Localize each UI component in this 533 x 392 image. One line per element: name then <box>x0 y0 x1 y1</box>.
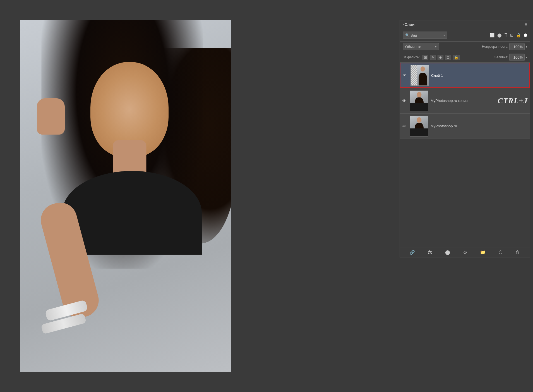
thumb3-clothing <box>410 128 428 136</box>
thumb-photo-area <box>417 65 429 85</box>
fx-button[interactable]: fx <box>428 250 432 255</box>
canvas-area <box>20 20 231 372</box>
filter-icon-image[interactable]: ⬜ <box>490 33 494 37</box>
app-layout: × Слои ≡ 🔍 Вид ▾ ⬜ ⬤ T ⊡ 🔒 <box>0 0 533 392</box>
blend-mode-arrow: ▾ <box>435 45 436 48</box>
thumb2-clothing <box>410 103 428 111</box>
lock-brush-btn[interactable]: ✎ <box>430 55 436 60</box>
opacity-value[interactable]: 100% <box>509 43 525 50</box>
view-dropdown-label: Вид <box>410 33 417 37</box>
adjustment-layer-button[interactable]: ⊙ <box>463 250 467 255</box>
filter-icons: ⬜ ⬤ T ⊡ 🔒 <box>490 33 527 38</box>
filter-icon-smart[interactable]: 🔒 <box>516 33 521 37</box>
filter-icon-shape[interactable]: ⊡ <box>510 33 513 37</box>
layers-panel: × Слои ≡ 🔍 Вид ▾ ⬜ ⬤ T ⊡ 🔒 <box>400 20 530 257</box>
delete-layer-button[interactable]: 🗑 <box>516 250 520 255</box>
canvas-image <box>20 20 231 372</box>
lock-fill-row: Закрепить: ⊞ ✎ ⊕ ⊡ 🔒 Заливка: 100% ▾ <box>400 52 530 63</box>
view-dropdown[interactable]: 🔍 Вид ▾ <box>403 32 447 39</box>
layer1-thumbnail <box>410 65 429 86</box>
filter-toggle[interactable] <box>524 34 527 37</box>
filter-icon-text[interactable]: T <box>505 33 507 38</box>
lock-artboard-btn[interactable]: ⊡ <box>445 55 451 60</box>
layer3-thumbnail <box>410 116 428 137</box>
lock-pixels-btn[interactable]: ⊞ <box>422 55 428 60</box>
blend-opacity-row: Обычные ▾ Непрозрачность: 100% ▾ <box>400 42 530 52</box>
layer-item-3[interactable]: 👁 MyPhotoshop.ru <box>400 114 530 139</box>
thumb3-face <box>417 117 422 123</box>
blend-mode-dropdown[interactable]: Обычные ▾ <box>403 43 439 50</box>
layer2-name: MyPhotoshop.ru копия <box>431 99 495 103</box>
layer1-visibility-toggle[interactable]: 👁 <box>403 73 408 78</box>
add-mask-button[interactable]: ⬤ <box>445 250 450 255</box>
fill-control: Заливка: 100% ▾ <box>494 54 527 61</box>
filter-icon-adjustment[interactable]: ⬤ <box>497 33 502 37</box>
lock-label: Закрепить: <box>403 55 420 59</box>
panel-bottom-toolbar: 🔗 fx ⬤ ⊙ 📁 ⬡ 🗑 <box>400 247 530 257</box>
fill-label: Заливка: <box>494 55 508 59</box>
opacity-control: Непрозрачность: 100% ▾ <box>482 43 527 50</box>
layer3-name: MyPhotoshop.ru <box>431 124 528 128</box>
link-layers-button[interactable]: 🔗 <box>410 250 415 255</box>
layer2-thumbnail <box>410 90 428 111</box>
new-group-button[interactable]: 📁 <box>480 250 486 255</box>
layer1-name: Слой 1 <box>431 73 527 78</box>
panel-header: × Слои ≡ <box>400 20 530 29</box>
layer-item-2[interactable]: 👁 MyPhotoshop.ru копия CTRL+J <box>400 88 530 113</box>
blend-mode-label: Обычные <box>405 45 421 49</box>
thumb-face <box>421 66 425 71</box>
ctrl-j-shortcut-label: CTRL+J <box>498 96 528 105</box>
panel-title: Слои <box>404 22 414 27</box>
layers-spacer <box>400 139 530 257</box>
layer3-visibility-toggle[interactable]: 👁 <box>402 124 408 128</box>
hand <box>37 98 65 135</box>
panel-menu-icon[interactable]: ≡ <box>525 22 527 27</box>
opacity-arrow[interactable]: ▾ <box>526 45 527 48</box>
opacity-label: Непрозрачность: <box>482 45 508 49</box>
search-icon: 🔍 <box>405 33 409 37</box>
fill-value[interactable]: 100% <box>509 54 525 61</box>
layer-item-1[interactable]: 👁 Слой 1 <box>400 63 530 88</box>
fill-arrow[interactable]: ▾ <box>526 56 527 59</box>
filter-row: 🔍 Вид ▾ ⬜ ⬤ T ⊡ 🔒 <box>400 29 530 41</box>
thumb2-face <box>417 92 422 97</box>
thumb-figure <box>419 73 427 85</box>
layer2-visibility-toggle[interactable]: 👁 <box>402 99 408 103</box>
view-dropdown-arrow: ▾ <box>443 34 445 37</box>
lock-icons: ⊞ ✎ ⊕ ⊡ 🔒 <box>422 55 460 60</box>
lock-all-btn[interactable]: 🔒 <box>453 55 460 60</box>
new-layer-button[interactable]: ⬡ <box>499 250 503 255</box>
lock-move-btn[interactable]: ⊕ <box>438 55 443 60</box>
